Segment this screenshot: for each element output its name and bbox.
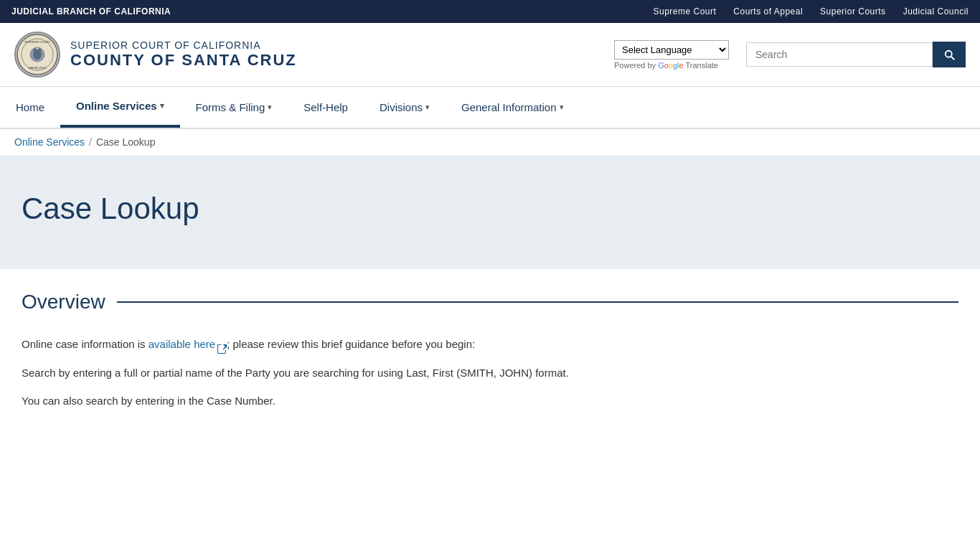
available-here-link[interactable]: available here — [149, 338, 215, 350]
language-select[interactable]: Select Language — [614, 40, 729, 60]
nav-online-services[interactable]: Online Services ▾ — [60, 87, 180, 128]
supreme-court-link[interactable]: Supreme Court — [653, 6, 716, 17]
external-icon-svg — [217, 344, 227, 354]
courts-of-appeal-link[interactable]: Courts of Appeal — [733, 6, 803, 17]
paragraph1-before: Online case information is — [22, 338, 149, 350]
header-left: SUPERIOR COURT SANTA CRUZ SUPERIOR COURT… — [14, 32, 297, 77]
chevron-down-icon: ▾ — [268, 103, 272, 112]
svg-point-6 — [34, 49, 37, 52]
nav-divisions-label: Divisions — [380, 101, 423, 113]
translate-word: Translate — [686, 61, 718, 70]
page-title: Case Lookup — [22, 192, 958, 226]
paragraph-2: Search by entering a full or partial nam… — [22, 364, 958, 382]
nav-home[interactable]: Home — [0, 87, 60, 128]
main-nav: Home Online Services ▾ Forms & Filing ▾ … — [0, 87, 980, 129]
heading-divider — [117, 301, 958, 303]
chevron-down-icon: ▾ — [425, 103, 430, 112]
translate-area: Select Language Powered by Google Transl… — [614, 40, 729, 70]
judicial-council-link[interactable]: Judicial Council — [903, 6, 969, 17]
court-seal: SUPERIOR COURT SANTA CRUZ — [14, 32, 60, 77]
chevron-down-icon: ▾ — [560, 103, 564, 112]
breadcrumb-current: Case Lookup — [96, 136, 156, 148]
nav-self-help[interactable]: Self-Help — [288, 87, 364, 128]
branch-label: JUDICIAL BRANCH OF CALIFORNIA — [11, 6, 171, 17]
external-link-icon — [217, 341, 227, 350]
paragraph-3: You can also search by entering in the C… — [22, 392, 958, 410]
logo-line2: COUNTY OF SANTA CRUZ — [70, 51, 297, 70]
translate-powered: Powered by Google Translate — [614, 61, 718, 70]
nav-self-help-label: Self-Help — [303, 101, 348, 113]
nav-general-info-label: General Information — [461, 101, 557, 113]
breadcrumb-parent-link[interactable]: Online Services — [14, 136, 85, 148]
logo-text: SUPERIOR COURT OF CALIFORNIA COUNTY OF S… — [70, 39, 297, 70]
search-input[interactable] — [746, 42, 933, 67]
svg-text:SUPERIOR COURT: SUPERIOR COURT — [24, 40, 51, 44]
nav-forms-filing-label: Forms & Filing — [196, 101, 265, 113]
powered-by-text: Powered by — [614, 61, 656, 70]
nav-home-label: Home — [16, 101, 44, 113]
logo-line1: SUPERIOR COURT OF CALIFORNIA — [70, 39, 297, 51]
seal-svg: SUPERIOR COURT SANTA CRUZ — [16, 33, 59, 76]
section-heading: Overview — [22, 291, 958, 314]
nav-online-services-label: Online Services — [76, 100, 157, 112]
paragraph-1: Online case information is available her… — [22, 335, 958, 354]
nav-forms-filing[interactable]: Forms & Filing ▾ — [180, 87, 288, 128]
hero-section: Case Lookup — [0, 156, 980, 269]
breadcrumb-separator: / — [89, 136, 92, 148]
header: SUPERIOR COURT SANTA CRUZ SUPERIOR COURT… — [0, 23, 980, 87]
top-bar: JUDICIAL BRANCH OF CALIFORNIA Supreme Co… — [0, 0, 980, 23]
breadcrumb: Online Services / Case Lookup — [0, 129, 980, 156]
superior-courts-link[interactable]: Superior Courts — [820, 6, 886, 17]
nav-divisions[interactable]: Divisions ▾ — [364, 87, 446, 128]
svg-point-8 — [37, 48, 38, 50]
header-right: Select Language Powered by Google Transl… — [614, 40, 966, 70]
search-icon — [943, 48, 956, 61]
svg-point-7 — [38, 49, 42, 52]
content-section: Overview Online case information is avai… — [0, 269, 980, 449]
google-logo: Google — [658, 61, 685, 70]
chevron-down-icon: ▾ — [160, 101, 164, 110]
search-area — [746, 42, 966, 67]
svg-text:SANTA CRUZ: SANTA CRUZ — [28, 66, 47, 70]
overview-heading: Overview — [22, 291, 105, 314]
search-button[interactable] — [933, 42, 966, 67]
content-body: Online case information is available her… — [22, 328, 958, 410]
paragraph1-after: ; please review this brief guidance befo… — [227, 338, 475, 350]
top-bar-links: Supreme Court Courts of Appeal Superior … — [653, 6, 969, 17]
nav-general-information[interactable]: General Information ▾ — [446, 87, 580, 128]
